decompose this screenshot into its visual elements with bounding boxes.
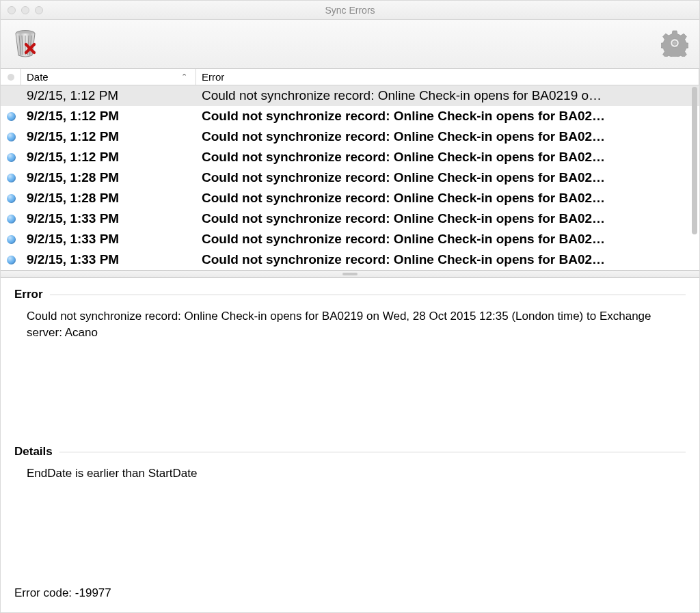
column-header-label: Error [202,71,224,83]
vertical-scrollbar[interactable] [691,85,698,270]
close-window-button[interactable] [8,6,16,14]
table-scroll-area: 9/2/15, 1:12 PMCould not synchronize rec… [1,85,699,270]
table-row[interactable]: 9/2/15, 1:28 PMCould not synchronize rec… [1,167,699,188]
status-dot-icon [8,74,14,81]
detail-section-details: Details EndDate is earlier than StartDat… [14,445,686,482]
table-row[interactable]: 9/2/15, 1:33 PMCould not synchronize rec… [1,229,699,249]
row-error-cell: Could not synchronize record: Online Che… [196,88,699,103]
column-header-label: Date [27,71,49,83]
detail-section-label: Details [14,445,53,459]
row-status-cell [1,174,21,182]
unread-dot-icon [7,174,16,182]
error-code-label: Error code: [14,586,72,599]
row-date-cell: 9/2/15, 1:33 PM [21,211,196,226]
zoom-window-button[interactable] [35,6,43,14]
row-error-cell: Could not synchronize record: Online Che… [196,232,699,247]
traffic-lights [1,6,43,14]
table-row[interactable]: 9/2/15, 1:12 PMCould not synchronize rec… [1,126,699,147]
row-error-cell: Could not synchronize record: Online Che… [196,109,699,124]
titlebar: Sync Errors [1,1,699,20]
sort-ascending-icon: ⌃ [181,72,187,81]
row-status-cell [1,112,21,121]
row-date-cell: 9/2/15, 1:28 PM [21,191,196,206]
table-row[interactable]: 9/2/15, 1:33 PMCould not synchronize rec… [1,249,699,270]
delete-error-button[interactable] [10,29,40,59]
unread-dot-icon [7,133,16,141]
table-row[interactable]: 9/2/15, 1:33 PMCould not synchronize rec… [1,208,699,229]
row-date-cell: 9/2/15, 1:12 PM [21,88,196,103]
row-date-cell: 9/2/15, 1:12 PM [21,150,196,165]
trash-x-icon [12,28,39,61]
settings-button[interactable] [660,29,690,59]
detail-pane: Error Could not synchronize record: Onli… [1,278,699,612]
gear-icon [661,29,688,59]
unread-dot-icon [7,194,16,203]
error-code-value: -19977 [75,586,111,599]
table-row[interactable]: 9/2/15, 1:28 PMCould not synchronize rec… [1,188,699,208]
scrollbar-thumb[interactable] [692,87,697,234]
detail-error-text: Could not synchronize record: Online Che… [14,308,686,341]
row-error-cell: Could not synchronize record: Online Che… [196,211,699,226]
row-status-cell [1,153,21,162]
table-row[interactable]: 9/2/15, 1:12 PMCould not synchronize rec… [1,85,699,106]
toolbar [1,20,699,69]
detail-details-text: EndDate is earlier than StartDate [14,465,686,482]
row-error-cell: Could not synchronize record: Online Che… [196,170,699,185]
row-date-cell: 9/2/15, 1:33 PM [21,252,196,267]
row-status-cell [1,215,21,223]
row-date-cell: 9/2/15, 1:28 PM [21,170,196,185]
unread-dot-icon [7,215,16,223]
error-table: 9/2/15, 1:12 PMCould not synchronize rec… [1,85,699,270]
column-header-status[interactable] [1,69,21,85]
row-date-cell: 9/2/15, 1:33 PM [21,232,196,247]
table-row[interactable]: 9/2/15, 1:12 PMCould not synchronize rec… [1,147,699,167]
spacer [14,359,686,446]
divider [59,452,686,452]
row-date-cell: 9/2/15, 1:12 PM [21,129,196,144]
row-error-cell: Could not synchronize record: Online Che… [196,252,699,267]
detail-section-label: Error [14,288,43,301]
row-status-cell [1,133,21,141]
sync-errors-window: Sync Errors [0,0,700,613]
row-error-cell: Could not synchronize record: Online Che… [196,150,699,165]
error-code: Error code: -19977 [14,586,686,600]
row-status-cell [1,235,21,244]
row-status-cell [1,194,21,203]
table-header-row: Date ⌃ Error [1,69,699,85]
unread-dot-icon [7,112,16,121]
horizontal-splitter[interactable] [1,270,699,278]
unread-dot-icon [7,153,16,162]
table-row[interactable]: 9/2/15, 1:12 PMCould not synchronize rec… [1,106,699,126]
column-header-error[interactable]: Error [196,69,699,85]
spacer [14,500,686,586]
row-date-cell: 9/2/15, 1:12 PM [21,109,196,124]
svg-point-10 [673,40,677,45]
column-header-date[interactable]: Date ⌃ [21,69,196,85]
detail-section-error: Error Could not synchronize record: Onli… [14,288,686,341]
row-error-cell: Could not synchronize record: Online Che… [196,129,699,144]
divider [50,295,686,295]
window-title: Sync Errors [1,5,699,16]
minimize-window-button[interactable] [21,6,29,14]
splitter-grip-icon [342,273,358,275]
unread-dot-icon [7,256,16,264]
row-error-cell: Could not synchronize record: Online Che… [196,191,699,206]
unread-dot-icon [7,235,16,244]
row-status-cell [1,256,21,264]
